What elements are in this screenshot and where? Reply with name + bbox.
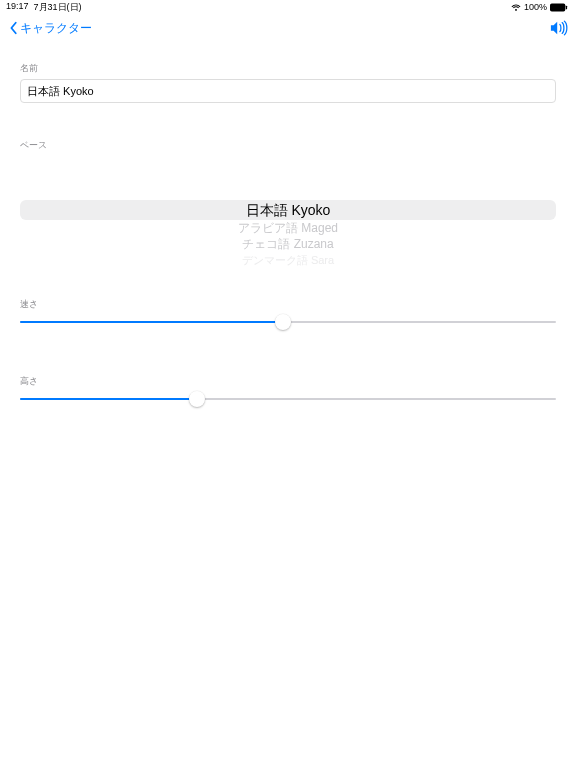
picker-item[interactable]: チェコ語 Zuzana xyxy=(20,236,556,252)
slider-thumb[interactable] xyxy=(189,391,205,407)
back-label: キャラクター xyxy=(20,20,92,37)
name-input[interactable] xyxy=(20,79,556,103)
slider-thumb[interactable] xyxy=(275,314,291,330)
slider-fill xyxy=(20,321,283,323)
status-battery-text: 100% xyxy=(524,2,547,12)
chevron-left-icon xyxy=(8,21,20,35)
svg-rect-1 xyxy=(566,5,567,9)
battery-icon xyxy=(550,3,568,12)
voice-picker[interactable]: 日本語 Kyoko アラビア語 Maged チェコ語 Zuzana デンマーク語… xyxy=(20,156,556,258)
speed-section-label: 速さ xyxy=(20,298,556,311)
picker-item-selected[interactable]: 日本語 Kyoko xyxy=(20,200,556,220)
status-time: 19:17 xyxy=(6,1,29,14)
svg-rect-0 xyxy=(550,3,565,11)
base-section-label: ベース xyxy=(20,139,556,152)
speed-slider[interactable] xyxy=(20,315,556,329)
name-section-label: 名前 xyxy=(20,62,556,75)
back-button[interactable]: キャラクター xyxy=(8,20,92,37)
nav-bar: キャラクター xyxy=(0,14,576,42)
picker-item[interactable]: アラビア語 Maged xyxy=(20,220,556,236)
status-bar: 19:17 7月31日(日) 100% xyxy=(0,0,576,14)
speaker-icon xyxy=(550,20,568,36)
wifi-icon xyxy=(511,3,521,12)
preview-voice-button[interactable] xyxy=(550,20,568,36)
pitch-slider[interactable] xyxy=(20,392,556,406)
slider-fill xyxy=(20,398,197,400)
picker-item[interactable]: デンマーク語 Sara xyxy=(20,252,556,268)
status-date: 7月31日(日) xyxy=(34,1,82,14)
pitch-section-label: 高さ xyxy=(20,375,556,388)
